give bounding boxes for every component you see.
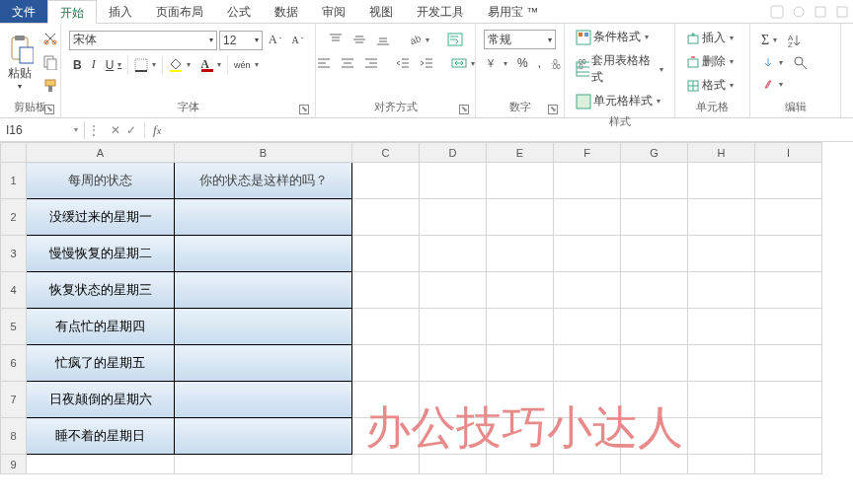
cell[interactable]	[352, 272, 420, 309]
cell[interactable]	[554, 345, 621, 382]
menu-tab-data[interactable]: 数据	[263, 0, 310, 23]
cell[interactable]	[175, 236, 352, 272]
underline-button[interactable]: U	[102, 55, 126, 75]
menu-tab-view[interactable]: 视图	[357, 0, 405, 23]
row-header[interactable]: 9	[1, 455, 27, 474]
comma-button[interactable]: ,	[534, 53, 545, 73]
align-right-button[interactable]	[360, 53, 382, 73]
insert-cells-button[interactable]: 插入	[682, 27, 737, 49]
menu-file[interactable]: 文件	[0, 0, 47, 23]
conditional-format-button[interactable]: 条件格式	[572, 26, 667, 48]
cell[interactable]	[755, 345, 822, 382]
format-cells-button[interactable]: 格式	[682, 74, 737, 97]
cell[interactable]	[755, 163, 822, 199]
col-header[interactable]: E	[487, 143, 554, 163]
namebox-expand[interactable]: ⋮	[85, 123, 103, 137]
cell[interactable]	[688, 236, 755, 272]
cell[interactable]	[621, 418, 688, 455]
font-name-select[interactable]: 宋体▾	[69, 31, 217, 50]
cell[interactable]	[621, 163, 688, 199]
decrease-font-button[interactable]: Aˇ	[287, 32, 307, 48]
cell[interactable]	[688, 382, 755, 418]
enter-formula-button[interactable]: ✓	[126, 123, 136, 137]
cancel-formula-button[interactable]: ✕	[111, 123, 120, 137]
menu-tab-home[interactable]: 开始	[47, 0, 97, 24]
cell[interactable]	[352, 199, 420, 236]
select-all-corner[interactable]	[1, 143, 27, 163]
cell[interactable]	[688, 345, 755, 382]
number-dialog-launcher[interactable]: ⬊	[548, 105, 558, 114]
cell[interactable]	[554, 236, 621, 272]
align-left-button[interactable]	[313, 53, 335, 73]
cell[interactable]	[352, 345, 420, 382]
fx-button[interactable]: fx	[144, 122, 169, 138]
clipboard-dialog-launcher[interactable]: ⬊	[44, 105, 54, 114]
cell[interactable]	[175, 309, 352, 345]
cell[interactable]: 有点忙的星期四	[27, 309, 175, 345]
cell[interactable]	[420, 345, 487, 382]
col-header[interactable]: F	[554, 143, 621, 163]
accounting-format-button[interactable]: ¥	[484, 53, 511, 73]
bold-button[interactable]: B	[69, 55, 86, 75]
merge-center-button[interactable]	[447, 53, 479, 73]
cell[interactable]	[621, 272, 688, 309]
cell[interactable]: 睡不着的星期日	[27, 418, 175, 455]
cell[interactable]	[621, 309, 688, 345]
cell[interactable]	[755, 199, 822, 236]
cell[interactable]	[175, 382, 352, 418]
cell[interactable]	[420, 236, 487, 272]
cell[interactable]	[420, 272, 487, 309]
format-painter-button[interactable]	[39, 75, 62, 97]
cell[interactable]	[755, 272, 822, 309]
cell-styles-button[interactable]: 单元格样式	[572, 90, 667, 112]
cell[interactable]	[27, 455, 175, 474]
menu-tab-layout[interactable]: 页面布局	[144, 0, 215, 23]
cell[interactable]	[487, 345, 554, 382]
cell[interactable]	[352, 163, 420, 199]
cell[interactable]: 慢慢恢复的星期二	[27, 236, 175, 272]
copy-button[interactable]	[39, 51, 62, 73]
decrease-indent-button[interactable]	[392, 53, 414, 73]
cell[interactable]: 恢复状态的星期三	[27, 272, 175, 309]
cell[interactable]	[487, 309, 554, 345]
cell[interactable]	[755, 309, 822, 345]
align-middle-button[interactable]	[349, 30, 370, 49]
cell[interactable]	[688, 199, 755, 236]
col-header[interactable]: B	[175, 143, 352, 163]
sort-filter-button[interactable]: AZ	[783, 30, 807, 51]
menu-tab-eyb[interactable]: 易用宝 ™	[476, 0, 550, 23]
cell[interactable]	[554, 163, 621, 199]
autosum-button[interactable]: Σ	[757, 30, 781, 51]
cell[interactable]	[688, 418, 755, 455]
cell[interactable]	[554, 272, 621, 309]
phonetic-button[interactable]: wén	[230, 57, 263, 73]
wrap-text-button[interactable]	[443, 30, 467, 49]
cell[interactable]	[487, 163, 554, 199]
cell[interactable]	[420, 455, 487, 474]
row-header[interactable]: 4	[1, 272, 27, 309]
cell[interactable]	[352, 418, 420, 455]
delete-cells-button[interactable]: 删除	[682, 50, 737, 73]
cell[interactable]	[420, 309, 487, 345]
cell[interactable]	[175, 345, 352, 382]
cell[interactable]	[621, 382, 688, 418]
cell[interactable]	[175, 199, 352, 236]
cell[interactable]	[688, 309, 755, 345]
align-center-button[interactable]	[337, 53, 358, 73]
cell[interactable]: 没缓过来的星期一	[27, 199, 175, 236]
row-header[interactable]: 7	[1, 382, 27, 418]
cell[interactable]	[352, 236, 420, 272]
col-header[interactable]: H	[688, 143, 755, 163]
font-size-select[interactable]: 12▾	[219, 31, 263, 50]
cell[interactable]	[755, 418, 822, 455]
worksheet-grid[interactable]: A B C D E F G H I 1每周的状态你的状态是这样的吗？ 2没缓过来…	[0, 142, 822, 474]
align-dialog-launcher[interactable]: ⬊	[459, 105, 469, 114]
italic-button[interactable]: I	[88, 54, 100, 75]
row-header[interactable]: 3	[1, 236, 27, 272]
increase-font-button[interactable]: Aˆ	[265, 30, 285, 50]
cell[interactable]	[621, 345, 688, 382]
font-dialog-launcher[interactable]: ⬊	[299, 105, 309, 114]
row-header[interactable]: 6	[1, 345, 27, 382]
cell[interactable]	[420, 382, 487, 418]
cell[interactable]	[487, 418, 554, 455]
